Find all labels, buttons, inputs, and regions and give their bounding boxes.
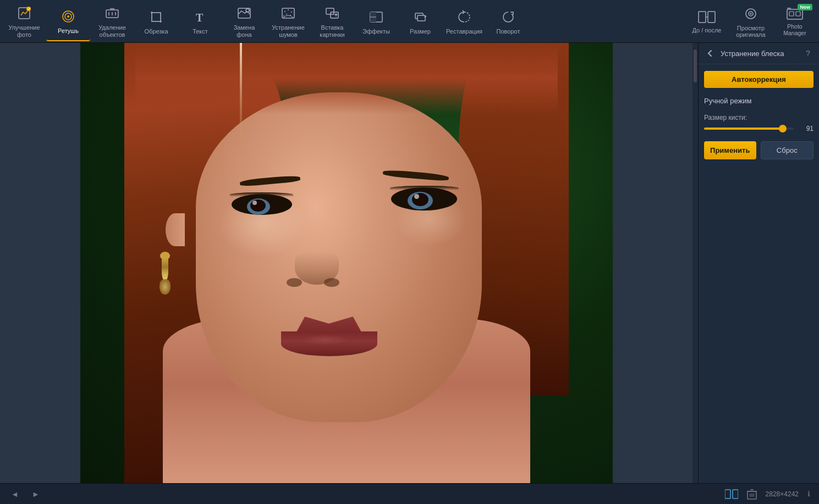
svg-rect-26 xyxy=(699,12,706,23)
insert-icon xyxy=(323,5,341,23)
restoration-icon xyxy=(455,8,473,26)
delete-button[interactable] xyxy=(747,489,757,500)
retouch-label: Ретушь xyxy=(58,27,79,35)
svg-point-16 xyxy=(291,12,292,13)
toolbar-item-resize[interactable]: Размер xyxy=(398,2,442,41)
toolbar-item-effects[interactable]: Эффекты xyxy=(354,2,398,41)
enhance-label: Улучшение фото xyxy=(3,24,45,38)
toolbar-item-text[interactable]: T Текст xyxy=(178,2,222,41)
toolbar-item-retouch[interactable]: Ретушь xyxy=(46,2,90,41)
text-label: Текст xyxy=(193,28,208,35)
prev-button[interactable]: ◄ xyxy=(9,488,21,500)
toolbar-item-insert[interactable]: Вставкакартинки xyxy=(310,2,354,41)
apply-button[interactable]: Применить xyxy=(704,141,756,159)
crop-icon xyxy=(147,8,165,26)
insert-label: Вставкакартинки xyxy=(320,24,344,38)
effects-label: Эффекты xyxy=(362,28,390,35)
toolbar-item-remove-objects[interactable]: Удалениеобъектов xyxy=(90,2,134,41)
main-area: Устранение блеска ? Автокоррекция Ручной… xyxy=(0,43,819,483)
scroll-thumb[interactable] xyxy=(694,49,697,82)
svg-point-17 xyxy=(286,14,287,15)
panel-body: Автокоррекция Ручной режим Размер кисти:… xyxy=(699,64,819,166)
resize-icon xyxy=(411,8,429,26)
retouch-icon xyxy=(59,8,77,25)
before-after-icon xyxy=(698,10,716,25)
replace-bg-icon xyxy=(235,5,253,23)
panel-title: Устранение блеска xyxy=(721,49,798,58)
text-icon: T xyxy=(191,8,209,26)
svg-text:T: T xyxy=(196,12,204,24)
toolbar-item-replace-bg[interactable]: Заменафона xyxy=(222,2,266,41)
remove-objects-label: Удалениеобъектов xyxy=(98,24,126,38)
svg-rect-36 xyxy=(733,490,738,499)
svg-point-19 xyxy=(283,15,284,16)
toolbar-item-original-view[interactable]: Просмотроригинала xyxy=(729,2,773,41)
svg-point-31 xyxy=(750,13,752,14)
toolbar-item-crop[interactable]: Обрезка xyxy=(134,2,178,41)
pm-label: PhotoManager xyxy=(783,23,806,36)
next-button[interactable]: ► xyxy=(30,488,42,500)
noise-label: Устранениешумов xyxy=(272,24,305,38)
view-icon[interactable] xyxy=(725,489,738,499)
canvas-area[interactable] xyxy=(0,43,692,483)
right-panel: Устранение блеска ? Автокоррекция Ручной… xyxy=(698,43,819,483)
panel-header: Устранение блеска ? xyxy=(699,43,819,64)
svg-point-4 xyxy=(67,15,69,18)
panel-back-button[interactable] xyxy=(704,47,716,59)
info-button[interactable]: ℹ xyxy=(807,490,810,498)
photo-manager-button[interactable]: New PhotoManager xyxy=(773,2,817,41)
before-after-label: До / после xyxy=(692,27,722,34)
svg-point-15 xyxy=(288,9,289,10)
rotate-icon xyxy=(499,8,517,26)
svg-rect-27 xyxy=(708,12,715,23)
crop-label: Обрезка xyxy=(144,28,168,35)
rotate-label: Поворот xyxy=(497,28,520,35)
replace-bg-label: Заменафона xyxy=(234,24,255,38)
toolbar-item-before-after[interactable]: До / после xyxy=(685,2,729,41)
panel-actions: Применить Сброс xyxy=(704,141,813,159)
svg-point-1 xyxy=(26,7,31,11)
effects-icon xyxy=(367,8,385,26)
image-dimensions: 2828×4242 xyxy=(766,490,799,498)
svg-rect-33 xyxy=(789,12,794,16)
autocorrect-button[interactable]: Автокоррекция xyxy=(704,71,813,88)
original-view-icon xyxy=(743,6,758,23)
brush-size-section: Размер кисти: 91 xyxy=(704,114,813,132)
canvas-scrollbar[interactable] xyxy=(692,43,698,483)
main-toolbar: Улучшение фото Ретушь Удалениеобъектов xyxy=(0,0,819,43)
manual-mode-label: Ручной режим xyxy=(704,95,813,107)
original-view-label: Просмотроригинала xyxy=(736,25,765,38)
slider-thumb[interactable] xyxy=(779,125,787,132)
svg-rect-20 xyxy=(326,8,334,14)
brush-size-slider-row: 91 xyxy=(704,125,813,132)
pm-new-badge: New xyxy=(798,4,812,10)
toolbar-item-noise[interactable]: Устранениешумов xyxy=(266,2,310,41)
slider-fill xyxy=(704,128,783,130)
noise-icon xyxy=(279,5,297,23)
status-bar: ◄ ► 2828×4242 ℹ xyxy=(0,483,819,504)
brush-size-value: 91 xyxy=(798,125,813,132)
svg-rect-9 xyxy=(152,13,161,21)
toolbar-item-enhance[interactable]: Улучшение фото xyxy=(2,2,46,41)
remove-objects-icon xyxy=(103,5,121,23)
svg-rect-34 xyxy=(796,12,800,16)
toolbar-item-rotate[interactable]: Поворот xyxy=(486,2,530,41)
reset-button[interactable]: Сброс xyxy=(761,141,814,159)
toolbar-item-restoration[interactable]: Реставрация xyxy=(442,2,486,41)
brush-size-track[interactable] xyxy=(704,128,794,130)
enhance-icon xyxy=(15,5,33,23)
restoration-label: Реставрация xyxy=(446,28,482,35)
photo-canvas xyxy=(80,43,613,483)
svg-point-14 xyxy=(284,11,285,12)
resize-label: Размер xyxy=(410,28,431,35)
brush-size-label: Размер кисти: xyxy=(704,114,813,121)
svg-rect-35 xyxy=(725,490,730,499)
panel-help-button[interactable]: ? xyxy=(802,48,813,59)
svg-rect-25 xyxy=(417,15,425,21)
